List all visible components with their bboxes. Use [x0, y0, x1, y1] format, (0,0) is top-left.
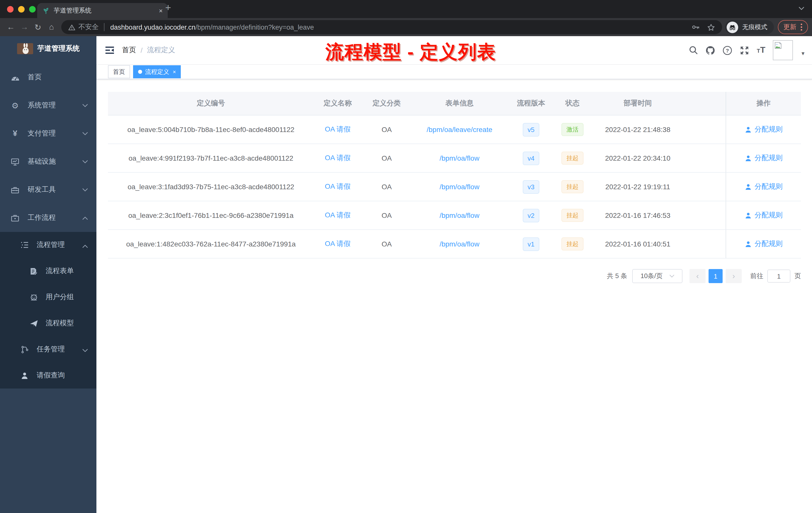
sidebar-item-devtools[interactable]: 研发工具 — [0, 176, 96, 204]
sidebar-item-label: 系统管理 — [28, 101, 56, 110]
sidebar-item-payment[interactable]: ¥ 支付管理 — [0, 119, 96, 148]
back-icon[interactable]: ← — [4, 23, 18, 32]
app-title: 芋道管理系统 — [37, 44, 80, 53]
form-link[interactable]: /bpm/oa/flow — [440, 183, 480, 191]
assign-rule-button[interactable]: 分配规则 — [745, 211, 783, 220]
fullscreen-icon[interactable] — [740, 46, 749, 55]
table-row: oa_leave:1:482ec033-762a-11ec-8477-a2380… — [108, 230, 801, 259]
sidebar-logo[interactable]: 芋道管理系统 — [0, 36, 96, 61]
chevron-down-icon — [82, 188, 88, 192]
flow-nodes-icon — [20, 345, 29, 353]
reload-icon[interactable]: ↻ — [31, 22, 45, 32]
definition-name-link[interactable]: OA 请假 — [325, 239, 351, 248]
next-page-button[interactable]: › — [726, 269, 742, 283]
definition-name-link[interactable]: OA 请假 — [325, 182, 351, 191]
sidebar-item-workflow[interactable]: 工作流程 — [0, 204, 96, 232]
form-link[interactable]: /bpm/oa/flow — [440, 211, 480, 219]
definition-category: OA — [361, 173, 412, 201]
sidebar-item-task-management[interactable]: 任务管理 — [0, 336, 96, 362]
form-link[interactable]: /bpm/oa/flow — [440, 154, 480, 162]
page-unit-label: 页 — [794, 272, 801, 280]
help-icon[interactable]: ? — [723, 46, 732, 55]
table-row: oa_leave:2:3c1f0ef1-76b1-11ec-9c66-a2380… — [108, 201, 801, 230]
user-icon — [745, 183, 752, 190]
chevron-up-icon — [82, 244, 88, 248]
page-size-select[interactable]: 10条/页 — [632, 269, 683, 283]
close-window-button[interactable] — [7, 6, 13, 12]
home-icon[interactable]: ⌂ — [45, 23, 58, 32]
assign-rule-button[interactable]: 分配规则 — [745, 125, 783, 134]
font-size-icon[interactable]: TT — [757, 45, 765, 55]
prev-page-button[interactable]: ‹ — [690, 269, 705, 283]
active-tag-dot — [138, 70, 142, 74]
tab-close-icon[interactable]: × — [159, 7, 163, 14]
assign-rule-button[interactable]: 分配规则 — [745, 239, 783, 248]
address-bar[interactable]: 不安全 dashboard.yudao.iocoder.cn/bpm/manag… — [61, 20, 722, 34]
tree-list-icon — [20, 241, 29, 248]
definition-name-link[interactable]: OA 请假 — [325, 154, 351, 163]
collapse-sidebar-icon[interactable] — [105, 46, 115, 54]
bookmark-star-icon[interactable] — [707, 23, 715, 31]
breadcrumb-home[interactable]: 首页 — [122, 46, 136, 55]
sidebar-item-process-model[interactable]: 流程模型 — [0, 310, 96, 336]
version-badge: v2 — [522, 209, 539, 222]
sidebar-item-label: 流程表单 — [46, 267, 74, 276]
sidebar-item-user-group[interactable]: 用户分组 — [0, 284, 96, 310]
table-row: oa_leave:5:004b710b-7b8a-11ec-8ef0-acde4… — [108, 116, 801, 144]
password-key-icon[interactable] — [692, 24, 700, 31]
tag-home[interactable]: 首页 — [108, 65, 130, 78]
briefcase-icon — [10, 214, 20, 221]
browser-tab[interactable]: 芋道管理系统 × — [37, 3, 168, 18]
page-content: 定义编号 定义名称 定义分类 表单信息 流程版本 状态 部署时间 操作 oa_l… — [96, 79, 812, 513]
form-link[interactable]: /bpm/oa/flow — [440, 240, 480, 248]
broken-image-icon — [774, 42, 782, 49]
assign-rule-button[interactable]: 分配规则 — [745, 182, 783, 191]
forward-icon[interactable]: → — [18, 23, 31, 32]
col-header-deploy-time: 部署时间 — [590, 92, 686, 115]
definition-table: 定义编号 定义名称 定义分类 表单信息 流程版本 状态 部署时间 操作 oa_l… — [108, 92, 801, 259]
tag-close-icon[interactable]: × — [173, 69, 176, 75]
definition-name-link[interactable]: OA 请假 — [325, 211, 351, 220]
col-header-form: 表单信息 — [412, 92, 507, 115]
new-tab-button[interactable]: + — [165, 2, 171, 13]
more-menu-icon[interactable] — [801, 23, 803, 31]
url-text: dashboard.yudao.iocoder.cn/bpm/manager/d… — [110, 23, 687, 31]
pagination: 共 5 条 10条/页 ‹ 1 › 前往 1 页 — [108, 269, 801, 283]
user-icon — [745, 155, 752, 161]
app-window: 芋道管理系统 首页 ⚙ 系统管理 ¥ 支 — [0, 36, 812, 513]
browser-toolbar: ← → ↻ ⌂ 不安全 dashboard.yudao.iocoder.cn/b… — [0, 18, 812, 36]
minimize-window-button[interactable] — [18, 6, 25, 12]
version-badge: v4 — [522, 151, 539, 165]
definition-name-link[interactable]: OA 请假 — [325, 125, 351, 134]
sidebar-item-process-form[interactable]: 流程表单 — [0, 258, 96, 284]
tag-process-definition[interactable]: 流程定义 × — [133, 65, 181, 78]
avatar-dropdown-caret-icon[interactable]: ▼ — [801, 51, 806, 56]
goto-page-input[interactable]: 1 — [767, 270, 790, 282]
table-row: oa_leave:3:1fad3d93-7b75-11ec-a3c8-acde4… — [108, 173, 801, 201]
update-label: 更新 — [783, 23, 796, 32]
current-page-button[interactable]: 1 — [708, 269, 723, 283]
sidebar-item-process-management[interactable]: 流程管理 — [0, 232, 96, 258]
search-icon[interactable] — [689, 46, 698, 55]
assign-rule-button[interactable]: 分配规则 — [745, 154, 783, 163]
status-badge: 挂起 — [561, 152, 583, 164]
sidebar-item-leave-query[interactable]: 请假查询 — [0, 362, 96, 389]
form-doc-icon — [29, 267, 38, 275]
sidebar-item-home[interactable]: 首页 — [0, 63, 96, 91]
incognito-label: 无痕模式 — [742, 23, 767, 31]
maximize-window-button[interactable] — [29, 6, 36, 12]
form-link[interactable]: /bpm/oa/leave/create — [427, 125, 492, 133]
gear-icon: ⚙ — [10, 101, 20, 110]
sidebar-item-system[interactable]: ⚙ 系统管理 — [0, 91, 96, 119]
status-badge: 激活 — [561, 123, 583, 136]
definition-category: OA — [361, 116, 412, 144]
avatar[interactable] — [773, 40, 793, 60]
col-header-filler — [686, 92, 726, 115]
github-icon[interactable] — [705, 46, 715, 55]
sidebar-item-label: 流程模型 — [46, 319, 74, 328]
chrome-update-button[interactable]: 更新 — [778, 20, 808, 34]
sidebar-item-infrastructure[interactable]: 基础设施 — [0, 148, 96, 176]
tab-search-chevron-icon[interactable] — [799, 6, 805, 10]
deploy-time: 2022-01-16 17:46:53 — [590, 201, 686, 230]
insecure-warning-icon[interactable] — [68, 24, 75, 30]
